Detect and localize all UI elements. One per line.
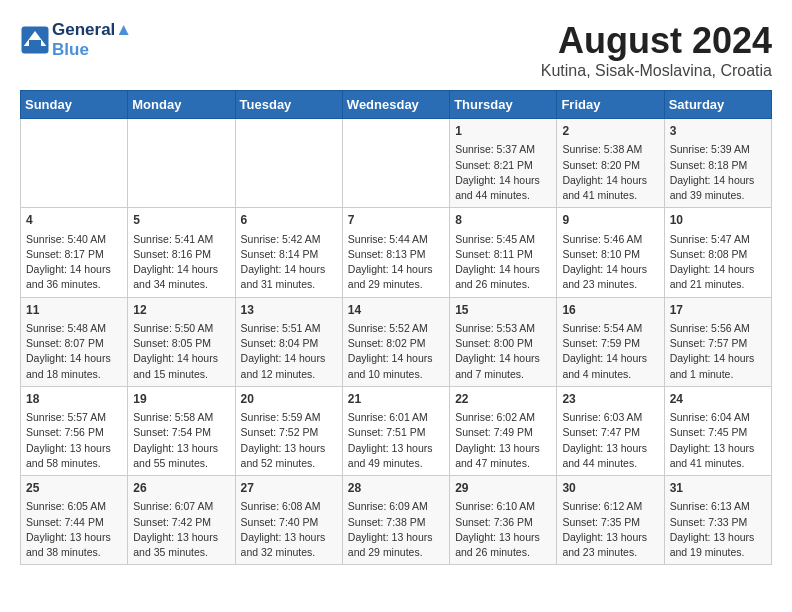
- day-number: 17: [670, 302, 766, 319]
- col-header-tuesday: Tuesday: [235, 91, 342, 119]
- day-info-line: Daylight: 14 hours: [455, 173, 551, 188]
- day-number: 5: [133, 212, 229, 229]
- day-info-line: Sunrise: 6:04 AM: [670, 410, 766, 425]
- logo-text: General▲ Blue: [52, 20, 132, 60]
- day-info-line: Sunrise: 5:54 AM: [562, 321, 658, 336]
- calendar-cell: 9Sunrise: 5:46 AMSunset: 8:10 PMDaylight…: [557, 208, 664, 297]
- day-info-line: Daylight: 14 hours: [26, 351, 122, 366]
- day-info-line: Sunrise: 6:05 AM: [26, 499, 122, 514]
- day-info-line: Sunset: 7:44 PM: [26, 515, 122, 530]
- day-info-line: Sunrise: 5:52 AM: [348, 321, 444, 336]
- calendar-cell: 28Sunrise: 6:09 AMSunset: 7:38 PMDayligh…: [342, 476, 449, 565]
- day-info-line: and 32 minutes.: [241, 545, 337, 560]
- calendar-cell: 5Sunrise: 5:41 AMSunset: 8:16 PMDaylight…: [128, 208, 235, 297]
- day-info-line: Sunrise: 6:03 AM: [562, 410, 658, 425]
- calendar-cell: 31Sunrise: 6:13 AMSunset: 7:33 PMDayligh…: [664, 476, 771, 565]
- day-info-line: Sunrise: 5:48 AM: [26, 321, 122, 336]
- day-info-line: Sunset: 8:16 PM: [133, 247, 229, 262]
- day-number: 29: [455, 480, 551, 497]
- day-info-line: and 15 minutes.: [133, 367, 229, 382]
- day-info-line: and 10 minutes.: [348, 367, 444, 382]
- day-info-line: and 41 minutes.: [562, 188, 658, 203]
- day-info-line: Sunset: 7:51 PM: [348, 425, 444, 440]
- day-info-line: and 29 minutes.: [348, 545, 444, 560]
- day-info-line: Sunrise: 6:12 AM: [562, 499, 658, 514]
- calendar-cell: 12Sunrise: 5:50 AMSunset: 8:05 PMDayligh…: [128, 297, 235, 386]
- calendar-cell: 3Sunrise: 5:39 AMSunset: 8:18 PMDaylight…: [664, 119, 771, 208]
- day-number: 9: [562, 212, 658, 229]
- day-info-line: Sunset: 7:52 PM: [241, 425, 337, 440]
- calendar-cell: 7Sunrise: 5:44 AMSunset: 8:13 PMDaylight…: [342, 208, 449, 297]
- day-info-line: Daylight: 13 hours: [26, 441, 122, 456]
- day-info-line: Sunrise: 5:39 AM: [670, 142, 766, 157]
- calendar-cell: 21Sunrise: 6:01 AMSunset: 7:51 PMDayligh…: [342, 386, 449, 475]
- day-info-line: Sunset: 8:07 PM: [26, 336, 122, 351]
- day-info-line: Daylight: 13 hours: [133, 530, 229, 545]
- calendar-cell: 10Sunrise: 5:47 AMSunset: 8:08 PMDayligh…: [664, 208, 771, 297]
- calendar-cell: 11Sunrise: 5:48 AMSunset: 8:07 PMDayligh…: [21, 297, 128, 386]
- calendar-cell: 1Sunrise: 5:37 AMSunset: 8:21 PMDaylight…: [450, 119, 557, 208]
- calendar-cell: 8Sunrise: 5:45 AMSunset: 8:11 PMDaylight…: [450, 208, 557, 297]
- calendar-cell: 29Sunrise: 6:10 AMSunset: 7:36 PMDayligh…: [450, 476, 557, 565]
- day-info-line: Daylight: 14 hours: [241, 262, 337, 277]
- day-info-line: Daylight: 13 hours: [455, 530, 551, 545]
- day-number: 14: [348, 302, 444, 319]
- day-info-line: and 35 minutes.: [133, 545, 229, 560]
- day-info-line: Sunrise: 5:58 AM: [133, 410, 229, 425]
- day-info-line: and 18 minutes.: [26, 367, 122, 382]
- day-info-line: Sunrise: 5:47 AM: [670, 232, 766, 247]
- page-header: General▲ Blue August 2024 Kutina, Sisak-…: [20, 20, 772, 80]
- day-info-line: Daylight: 14 hours: [670, 173, 766, 188]
- day-info-line: Daylight: 13 hours: [133, 441, 229, 456]
- day-info-line: Sunrise: 5:38 AM: [562, 142, 658, 157]
- day-number: 25: [26, 480, 122, 497]
- col-header-monday: Monday: [128, 91, 235, 119]
- calendar-cell: 19Sunrise: 5:58 AMSunset: 7:54 PMDayligh…: [128, 386, 235, 475]
- day-info-line: Sunrise: 6:07 AM: [133, 499, 229, 514]
- day-number: 24: [670, 391, 766, 408]
- calendar-cell: 24Sunrise: 6:04 AMSunset: 7:45 PMDayligh…: [664, 386, 771, 475]
- day-info-line: Sunrise: 6:02 AM: [455, 410, 551, 425]
- month-title: August 2024: [541, 20, 772, 62]
- day-info-line: Daylight: 14 hours: [455, 262, 551, 277]
- day-info-line: Daylight: 14 hours: [348, 262, 444, 277]
- col-header-saturday: Saturday: [664, 91, 771, 119]
- day-info-line: and 12 minutes.: [241, 367, 337, 382]
- calendar-cell: 2Sunrise: 5:38 AMSunset: 8:20 PMDaylight…: [557, 119, 664, 208]
- day-number: 28: [348, 480, 444, 497]
- day-info-line: Sunrise: 5:44 AM: [348, 232, 444, 247]
- day-info-line: Sunset: 7:59 PM: [562, 336, 658, 351]
- day-info-line: and 26 minutes.: [455, 545, 551, 560]
- day-info-line: Sunset: 7:45 PM: [670, 425, 766, 440]
- day-info-line: Daylight: 13 hours: [670, 441, 766, 456]
- day-info-line: Daylight: 13 hours: [670, 530, 766, 545]
- day-info-line: and 26 minutes.: [455, 277, 551, 292]
- day-info-line: Daylight: 13 hours: [562, 441, 658, 456]
- day-info-line: Sunset: 7:38 PM: [348, 515, 444, 530]
- day-info-line: Daylight: 13 hours: [26, 530, 122, 545]
- day-info-line: Sunset: 7:40 PM: [241, 515, 337, 530]
- calendar-cell: [128, 119, 235, 208]
- day-info-line: Sunrise: 5:41 AM: [133, 232, 229, 247]
- day-info-line: and 1 minute.: [670, 367, 766, 382]
- day-info-line: and 47 minutes.: [455, 456, 551, 471]
- day-info-line: Sunrise: 5:57 AM: [26, 410, 122, 425]
- col-header-wednesday: Wednesday: [342, 91, 449, 119]
- day-info-line: Sunrise: 5:50 AM: [133, 321, 229, 336]
- day-info-line: and 55 minutes.: [133, 456, 229, 471]
- calendar-cell: 4Sunrise: 5:40 AMSunset: 8:17 PMDaylight…: [21, 208, 128, 297]
- day-number: 22: [455, 391, 551, 408]
- day-info-line: Sunset: 8:10 PM: [562, 247, 658, 262]
- day-info-line: Sunset: 7:56 PM: [26, 425, 122, 440]
- day-info-line: Sunset: 8:05 PM: [133, 336, 229, 351]
- day-number: 12: [133, 302, 229, 319]
- calendar-table: SundayMondayTuesdayWednesdayThursdayFrid…: [20, 90, 772, 565]
- day-number: 6: [241, 212, 337, 229]
- day-info-line: and 29 minutes.: [348, 277, 444, 292]
- day-info-line: and 4 minutes.: [562, 367, 658, 382]
- day-info-line: Sunset: 7:57 PM: [670, 336, 766, 351]
- logo: General▲ Blue: [20, 20, 132, 60]
- day-info-line: Sunset: 8:17 PM: [26, 247, 122, 262]
- day-info-line: Sunset: 7:35 PM: [562, 515, 658, 530]
- day-info-line: Sunset: 8:14 PM: [241, 247, 337, 262]
